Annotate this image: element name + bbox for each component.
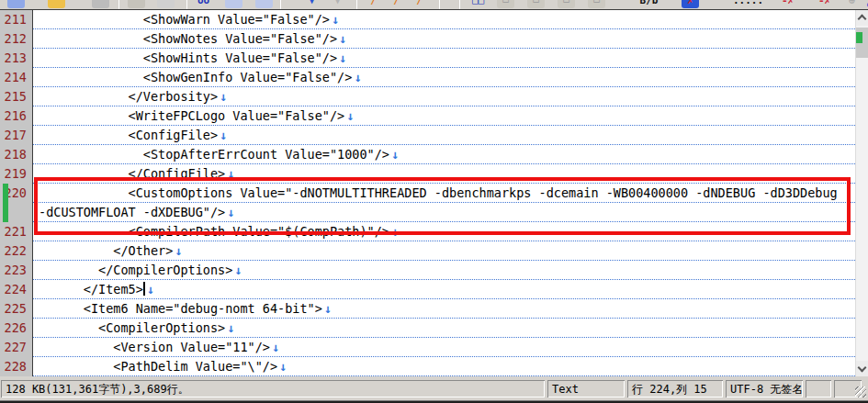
scroll-down-button[interactable] [856,361,868,376]
toolbar: oo▼▼///□□▭▭▭▭B/b✗.....-✗-✗⊕▂ [0,0,868,9]
code-row[interactable]: 219 </ConfigFile>↓ [0,164,855,184]
status-cursor-position[interactable]: 行 224,列 15 [627,380,723,397]
quote-button-icon[interactable]: ▭ [558,0,575,8]
code-row[interactable]: 217 <ConfigFile>↓ [0,126,855,145]
stamp-icon[interactable] [157,0,175,8]
code-text[interactable]: <WriteFPCLogo Value="False"/>↓ [33,106,855,126]
newline-marker-icon: ↓ [227,320,234,335]
code-text[interactable]: </Item5>↓ [33,280,855,299]
status-mode[interactable]: Text [547,380,625,397]
code-row[interactable]: 226 <CompilerOptions>↓ [0,319,855,338]
line-number[interactable]: 218 [0,145,33,164]
code-row[interactable]: 212 <ShowNotes Value="False"/>↓ [0,29,855,49]
find-binoculars-icon[interactable]: oo [195,0,212,8]
goto-button-icon[interactable]: ▭ [588,0,605,8]
code-row[interactable]: 220 <CustomOptions Value="-dNOTMULTITHRE… [0,184,855,203]
line-number[interactable]: 213 [0,49,33,68]
highlight-pen-1-icon[interactable]: / [365,0,382,8]
code-row[interactable]: 216 <WriteFPCLogo Value="False"/>↓ [0,106,855,126]
code-text[interactable]: </CompilerOptions>↓ [33,261,855,280]
line-number[interactable]: 228 [0,357,33,376]
code-row[interactable]: 218 <StopAfterErrCount Value="1000"/>↓ [0,145,855,164]
line-number[interactable]: 217 [0,126,33,145]
status-encoding[interactable]: UTF-8 无签名 [726,380,803,397]
code-text[interactable]: <Version Value="11"/>↓ [33,338,855,357]
redo-icon[interactable]: ▼ [329,0,346,8]
code-row[interactable]: 228 <PathDelim Value="\"/>↓ [0,357,855,376]
save-icon[interactable] [92,0,109,8]
code-row[interactable]: 213 <ShowHints Value="False"/>↓ [0,49,855,68]
code-area[interactable]: 211 <ShowWarn Value="False"/>↓212 <ShowN… [0,10,855,376]
code-row[interactable]: -dCUSTOMFLOAT -dXDEBUG"/>↓ [0,203,855,222]
line-number[interactable]: 214 [0,68,33,87]
resize-grip-icon[interactable] [855,386,866,397]
code-row[interactable]: 222 </Other>↓ [0,241,855,261]
code-text[interactable]: <ShowGenInfo Value="False"/>↓ [33,68,855,87]
code-text[interactable]: <PathDelim Value="\"/>↓ [33,357,855,376]
line-number[interactable]: 226 [0,319,33,338]
line-number[interactable]: 216 [0,106,33,126]
dotted-marker-icon[interactable]: ..... [739,0,757,8]
new-file-icon[interactable] [7,0,25,8]
open-folder-icon[interactable] [48,0,65,8]
remove-all-markers-icon[interactable]: -✗ [816,0,833,8]
code-text[interactable]: <StopAfterErrCount Value="1000"/>↓ [33,145,855,164]
vertical-scrollbar[interactable] [855,10,868,376]
line-number[interactable]: 222 [0,241,33,261]
code-text[interactable]: <CompilerPath Value="$(CompPath)"/>↓ [33,222,855,241]
line-number[interactable]: 215 [0,87,33,106]
line-number[interactable]: 225 [0,299,33,319]
code-row[interactable]: 211 <ShowWarn Value="False"/>↓ [0,10,855,29]
code-text[interactable]: <ShowWarn Value="False"/>↓ [33,10,855,29]
marker-highlight-icon[interactable]: ✗ [682,0,699,8]
newline-marker-icon: ↓ [272,340,279,354]
newline-marker-icon: ↓ [339,50,346,65]
case-toggle-icon[interactable]: B/b [640,0,658,8]
newline-marker-icon: ↓ [227,205,234,219]
code-text[interactable]: </ConfigFile>↓ [33,164,855,184]
line-number[interactable]: 219 [0,164,33,184]
code-row[interactable]: 214 <ShowGenInfo Value="False"/>↓ [0,68,855,87]
wrap-button-icon[interactable]: ▭ [527,0,545,8]
code-row[interactable]: 215 </Verbosity>↓ [0,87,855,106]
code-text-content: <ShowHints Value="False"/> [39,50,337,65]
code-text[interactable]: <Item6 Name="debug-nomt 64-bit">↓ [33,299,855,319]
code-text[interactable]: <ShowNotes Value="False"/>↓ [33,29,855,49]
code-text-content: <WriteFPCLogo Value="False"/> [39,108,344,123]
code-row[interactable]: 227 <Version Value="11"/>↓ [0,338,855,357]
newline-marker-icon: ↓ [234,263,242,277]
undo-icon[interactable]: ▼ [303,0,321,8]
code-text[interactable]: <CustomOptions Value="-dNOTMULTITHREADED… [33,184,855,203]
find-in-files-icon[interactable] [225,0,242,8]
code-row[interactable]: 224 </Item5>↓ [0,280,855,299]
code-row[interactable]: 225 <Item6 Name="debug-nomt 64-bit">↓ [0,299,855,319]
code-text[interactable]: <CompilerOptions>↓ [33,319,855,338]
line-number[interactable]: 224 [0,280,33,299]
replace-in-files-icon[interactable] [255,0,273,8]
newline-marker-icon: ↓ [279,359,287,374]
code-text[interactable]: </Other>↓ [33,241,855,261]
code-text[interactable]: <ShowHints Value="False"/>↓ [33,49,855,68]
code-text-content: </Verbosity> [39,89,218,104]
underline-marker-icon[interactable]: ▂ [862,0,868,8]
split-view-icon[interactable]: □□ [469,0,487,8]
scrollbar-change-marker [856,32,862,43]
line-number[interactable]: 221 [0,222,33,241]
highlight-pen-2-icon[interactable]: / [388,0,405,8]
code-text[interactable]: -dCUSTOMFLOAT -dXDEBUG"/>↓ [33,203,855,222]
print-icon[interactable] [128,0,145,8]
highlight-pen-3-icon[interactable]: / [411,0,428,8]
line-number[interactable]: 212 [0,29,33,49]
zoom-button-icon[interactable]: ⊕ [843,0,861,8]
code-row[interactable]: 223 </CompilerOptions>↓ [0,261,855,280]
remove-marker-icon[interactable]: -✗ [779,0,796,8]
code-row[interactable]: 221 <CompilerPath Value="$(CompPath)"/>↓ [0,222,855,241]
line-number[interactable]: 227 [0,338,33,357]
tag-button-icon[interactable]: ▭ [497,0,514,8]
line-number[interactable]: 211 [0,10,33,29]
code-text[interactable]: </Verbosity>↓ [33,87,855,106]
code-text[interactable]: <ConfigFile>↓ [33,126,855,145]
scroll-up-button[interactable] [856,10,868,26]
line-number[interactable]: 223 [0,261,33,280]
toolbar-separator [186,0,187,9]
